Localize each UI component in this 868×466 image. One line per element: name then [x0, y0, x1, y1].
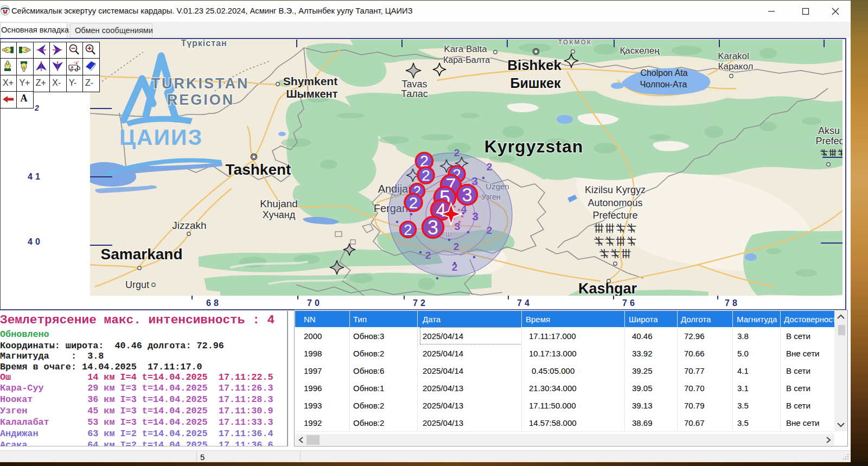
svg-text:Каракол: Каракол [718, 61, 754, 72]
svg-text:Kyrgyzstan: Kyrgyzstan [484, 137, 584, 156]
svg-text:2: 2 [487, 225, 493, 236]
svg-text:Қаскелең: Қаскелең [620, 46, 660, 56]
svg-text:Urgut: Urgut [125, 279, 149, 290]
svg-text:3: 3 [427, 216, 438, 239]
svg-text:Autonomous: Autonomous [588, 197, 642, 208]
svg-text:ТОКМОК: ТОКМОК [558, 40, 592, 46]
svg-text:Khujand: Khujand [260, 198, 298, 209]
svg-text:Kizilsu Kyrgyz: Kizilsu Kyrgyz [585, 184, 646, 195]
svg-text:2: 2 [404, 222, 412, 238]
svg-text:3: 3 [472, 210, 478, 222]
svg-text:Түркістан: Түркістан [181, 40, 227, 48]
svg-text:Cholpon Ata: Cholpon Ata [640, 68, 687, 78]
svg-text:Шымкент: Шымкент [286, 88, 338, 100]
svg-text:Bishkek: Bishkek [507, 57, 561, 73]
svg-text:Prefecture: Prefecture [592, 210, 637, 221]
svg-text:Prefect: Prefect [815, 136, 843, 146]
svg-text:Чолпон-Ата: Чолпон-Ата [640, 80, 687, 89]
svg-text:2: 2 [409, 194, 418, 212]
svg-text:Shymkent: Shymkent [283, 75, 337, 87]
svg-text:Талас: Талас [401, 88, 428, 99]
svg-text:Kara Balta: Kara Balta [444, 44, 487, 54]
svg-text:2: 2 [425, 250, 431, 261]
svg-text:2: 2 [454, 147, 460, 158]
svg-text:Бишкек: Бишкек [510, 75, 561, 91]
svg-text:3: 3 [462, 184, 472, 205]
svg-text:2: 2 [454, 241, 459, 252]
svg-text:Karakol: Karakol [718, 51, 749, 61]
svg-text:2: 2 [422, 167, 430, 184]
svg-text:Tashkent: Tashkent [226, 161, 291, 178]
svg-text:2: 2 [487, 161, 493, 173]
svg-text:REGION: REGION [167, 92, 235, 108]
svg-text:TURKISTAN: TURKISTAN [151, 75, 250, 92]
svg-text:Samarkand: Samarkand [101, 246, 183, 263]
svg-text:Хучанд: Хучанд [263, 209, 296, 220]
svg-text:Jizzakh: Jizzakh [172, 220, 206, 231]
svg-text:Tavas: Tavas [401, 79, 427, 90]
svg-text:ЦАИИЗ: ЦАИИЗ [119, 125, 203, 150]
svg-text:Кара-Балта: Кара-Балта [443, 55, 490, 65]
svg-text:Aksu: Aksu [818, 125, 840, 136]
